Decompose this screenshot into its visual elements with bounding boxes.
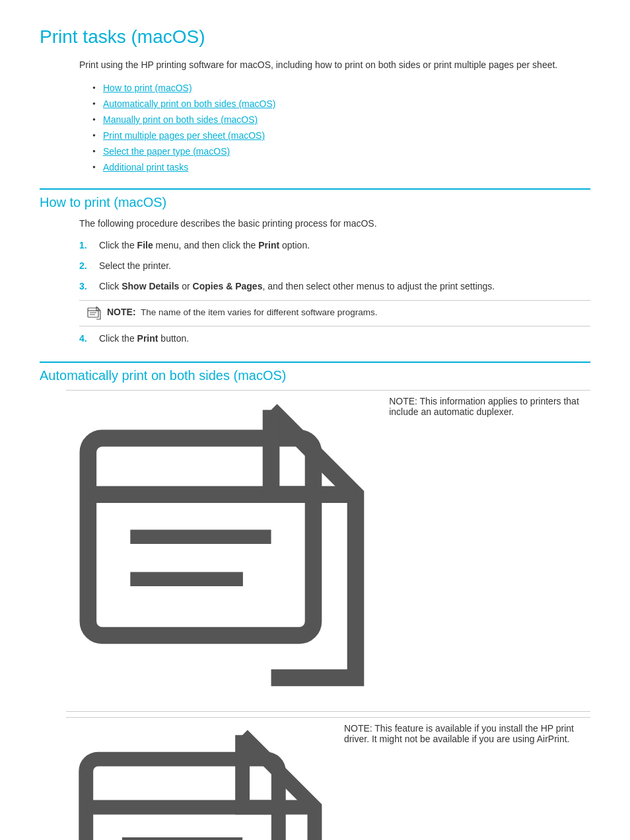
page-title: Print tasks (macOS)	[40, 26, 590, 48]
intro-text: Print using the HP printing software for…	[79, 58, 590, 72]
toc-link-1[interactable]: How to print (macOS)	[103, 83, 192, 93]
step-3: 3. Click Show Details or Copies & Pages,…	[79, 280, 590, 293]
toc-list: How to print (macOS) Automatically print…	[92, 83, 590, 172]
step-1-content: Click the File menu, and then click the …	[99, 239, 590, 252]
toc-item-3[interactable]: Manually print on both sides (macOS)	[92, 114, 590, 125]
note-icon-how-to-print	[87, 306, 102, 321]
toc-item-1[interactable]: How to print (macOS)	[92, 83, 590, 93]
step-3-content: Click Show Details or Copies & Pages, an…	[99, 280, 590, 293]
toc-link-4[interactable]: Print multiple pages per sheet (macOS)	[103, 130, 265, 141]
note-text-auto-duplex-1: NOTE: This information applies to printe…	[389, 396, 582, 417]
toc-item-6[interactable]: Additional print tasks	[92, 162, 590, 172]
step-4-num: 4.	[79, 332, 99, 346]
note-text-how-to-print: NOTE: The name of the item varies for di…	[107, 306, 377, 319]
step-3-num: 3.	[79, 280, 99, 293]
step-2: 2. Select the printer.	[79, 259, 590, 273]
toc-link-2[interactable]: Automatically print on both sides (macOS…	[103, 98, 275, 109]
note-icon-auto-duplex-2	[74, 723, 339, 840]
step-2-content: Select the printer.	[99, 259, 590, 273]
toc-item-5[interactable]: Select the paper type (macOS)	[92, 146, 590, 157]
section-title-how-to-print: How to print (macOS)	[40, 188, 590, 210]
step-4: 4. Click the Print button.	[79, 332, 590, 346]
note-box-auto-duplex-2: NOTE: This feature is available if you i…	[66, 717, 590, 840]
note-text-auto-duplex-2: NOTE: This feature is available if you i…	[344, 723, 582, 744]
toc-link-3[interactable]: Manually print on both sides (macOS)	[103, 114, 258, 125]
note-icon-auto-duplex-1	[74, 396, 384, 706]
toc-item-4[interactable]: Print multiple pages per sheet (macOS)	[92, 130, 590, 141]
step-4-content: Click the Print button.	[99, 332, 590, 346]
note-box-how-to-print: NOTE: The name of the item varies for di…	[79, 300, 590, 326]
toc-link-6[interactable]: Additional print tasks	[103, 162, 188, 172]
section-how-to-print-intro: The following procedure describes the ba…	[79, 217, 590, 231]
note-box-auto-duplex-1: NOTE: This information applies to printe…	[66, 390, 590, 712]
step-1: 1. Click the File menu, and then click t…	[79, 239, 590, 252]
how-to-print-steps: 1. Click the File menu, and then click t…	[79, 239, 590, 293]
step-2-num: 2.	[79, 259, 99, 273]
toc-item-2[interactable]: Automatically print on both sides (macOS…	[92, 98, 590, 109]
section-title-auto-duplex: Automatically print on both sides (macOS…	[40, 362, 590, 383]
toc-link-5[interactable]: Select the paper type (macOS)	[103, 146, 230, 157]
how-to-print-step4: 4. Click the Print button.	[79, 332, 590, 346]
step-1-num: 1.	[79, 239, 99, 252]
